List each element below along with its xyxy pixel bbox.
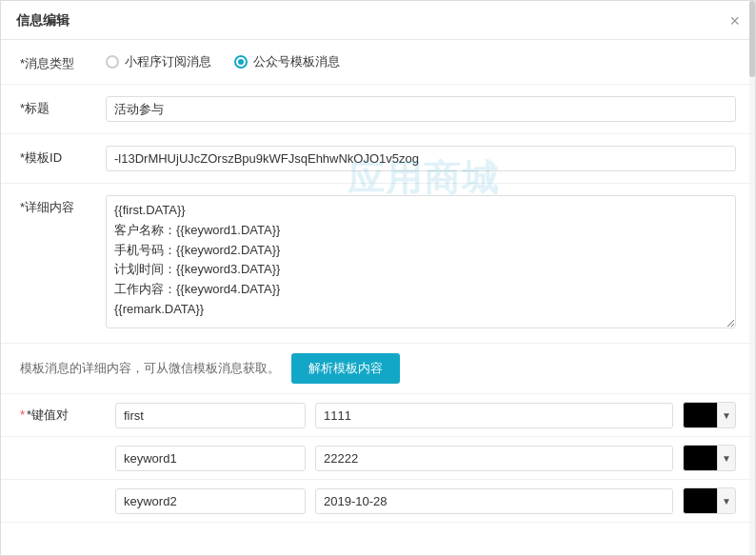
dialog-header: 信息编辑 × [1,1,755,40]
radio-official-label: 公众号模板消息 [253,53,340,70]
radio-group: 小程序订阅消息 公众号模板消息 [106,51,736,70]
radio-miniapp-circle[interactable] [106,55,119,69]
kv-color-select-0[interactable]: ▼ [683,402,736,428]
dialog-body: 应用商城 *消息类型 小程序订阅消息 公众号模板消息 *标题 [1,40,755,532]
kv-val-input-0[interactable] [315,403,673,428]
detail-label: *详细内容 [20,195,106,216]
radio-official-circle[interactable] [234,55,248,69]
parse-button[interactable]: 解析模板内容 [291,353,400,384]
template-id-input[interactable] [106,146,736,171]
kv-row-2: ▼ [1,480,755,523]
message-type-label: *消息类型 [20,51,106,72]
title-label: *标题 [20,96,106,117]
kv-color-box-0[interactable] [683,402,717,428]
template-id-row: *模板ID [1,134,755,184]
kv-label-cell-0: **键值对 [20,407,106,424]
template-id-label: *模板ID [20,146,106,167]
kv-key-input-2[interactable] [115,488,306,514]
kv-color-arrow-1[interactable]: ▼ [717,445,736,471]
kv-val-input-2[interactable] [315,488,673,514]
radio-official[interactable]: 公众号模板消息 [234,53,340,70]
kv-key-input-0[interactable] [115,403,306,428]
kv-key-input-1[interactable] [115,446,306,471]
title-input[interactable] [106,96,736,122]
kv-label-text-0: *键值对 [27,407,69,422]
kv-color-box-2[interactable] [683,487,717,514]
parse-row: 模板消息的详细内容，可从微信模板消息获取。 解析模板内容 [1,344,755,394]
detail-textarea[interactable]: {{first.DATA}} 客户名称：{{keyword1.DATA}} 手机… [106,195,736,328]
kv-color-arrow-0[interactable]: ▼ [717,402,736,428]
close-button[interactable]: × [729,12,740,30]
template-id-input-wrapper [106,146,736,171]
detail-input-wrapper: {{first.DATA}} 客户名称：{{keyword1.DATA}} 手机… [106,195,736,331]
radio-miniapp-label: 小程序订阅消息 [125,53,211,70]
kv-table: **键值对 ▼ ▼ [1,394,755,523]
detail-row: *详细内容 {{first.DATA}} 客户名称：{{keyword1.DAT… [1,184,755,344]
kv-required-mark: * [20,407,25,422]
kv-color-select-2[interactable]: ▼ [683,487,736,514]
radio-miniapp[interactable]: 小程序订阅消息 [106,53,211,70]
dialog-title: 信息编辑 [16,12,70,30]
title-input-wrapper [106,96,736,122]
kv-color-select-1[interactable]: ▼ [683,445,736,471]
kv-row-1: ▼ [1,437,755,480]
kv-color-box-1[interactable] [683,445,717,471]
kv-color-arrow-2[interactable]: ▼ [717,487,736,514]
message-type-row: *消息类型 小程序订阅消息 公众号模板消息 [1,40,755,85]
parse-hint: 模板消息的详细内容，可从微信模板消息获取。 [20,360,280,377]
title-row: *标题 [1,85,755,134]
dialog: 信息编辑 × 应用商城 *消息类型 小程序订阅消息 公众号模板消息 *标题 [0,0,756,556]
kv-val-input-1[interactable] [315,446,673,471]
kv-row-0: **键值对 ▼ [1,394,755,437]
